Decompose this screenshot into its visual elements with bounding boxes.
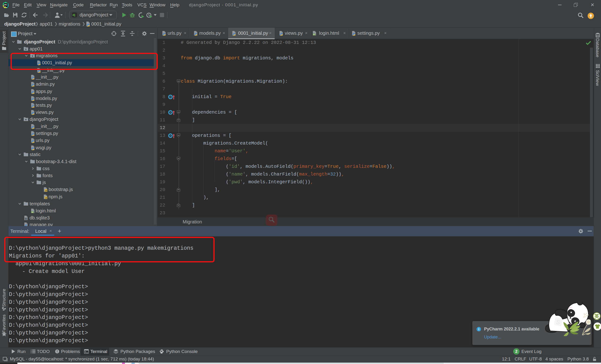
svg-text:H: H — [313, 34, 315, 36]
svg-text:H: H — [32, 211, 33, 213]
svg-text:PC: PC — [4, 3, 7, 6]
svg-text:JS: JS — [45, 197, 47, 199]
svg-text:JS: JS — [45, 190, 47, 192]
